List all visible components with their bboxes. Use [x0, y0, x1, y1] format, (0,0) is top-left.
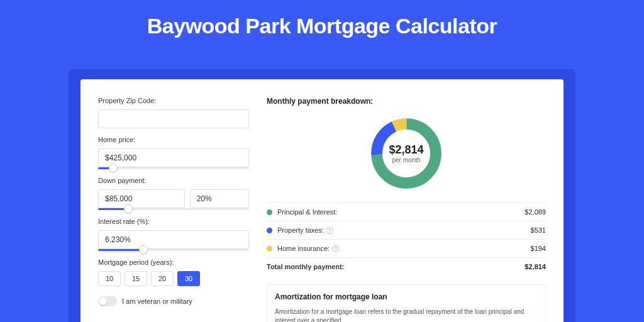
period-btn-30[interactable]: 30 — [177, 271, 200, 286]
breakdown-column: Monthly payment breakdown: $2,814 per mo… — [267, 97, 546, 322]
veteran-label: I am veteran or military — [122, 297, 192, 305]
veteran-toggle[interactable] — [98, 296, 117, 306]
breakdown-title: Monthly payment breakdown: — [267, 97, 546, 106]
info-icon[interactable]: ? — [326, 227, 333, 234]
toggle-knob — [99, 297, 107, 305]
dp-label: Down payment: — [98, 177, 249, 184]
rate-slider-thumb[interactable] — [139, 245, 148, 254]
legend-value: $194 — [531, 245, 546, 252]
legend-label: Principal & Interest: — [277, 208, 525, 216]
legend-row: Property taxes:?$531 — [267, 221, 546, 239]
dp-slider[interactable] — [98, 208, 249, 210]
veteran-toggle-row: I am veteran or military — [98, 296, 249, 306]
page-title: Baywood Park Mortgage Calculator — [0, 0, 644, 50]
price-label: Home price: — [98, 136, 249, 143]
period-field-group: Mortgage period (years): 10152030 — [98, 258, 249, 286]
total-value: $2,814 — [525, 263, 546, 270]
donut-chart-wrap: $2,814 per month — [267, 114, 546, 192]
donut-amount: $2,814 — [389, 143, 423, 157]
zip-field-group: Property Zip Code: — [98, 97, 249, 128]
legend-row: Home insurance:?$194 — [267, 239, 546, 257]
info-icon[interactable]: ? — [332, 245, 339, 252]
period-btn-15[interactable]: 15 — [125, 271, 147, 286]
donut-sub: per month — [392, 157, 420, 164]
total-label: Total monthly payment: — [267, 263, 525, 270]
amortization-box: Amortization for mortgage loan Amortizat… — [267, 284, 546, 322]
dp-slider-thumb[interactable] — [124, 204, 133, 213]
period-btn-20[interactable]: 20 — [151, 271, 174, 286]
legend-label: Property taxes:? — [277, 226, 531, 234]
period-label: Mortgage period (years): — [98, 258, 249, 266]
legend-dot — [267, 246, 272, 252]
legend-label: Home insurance:? — [277, 245, 531, 252]
price-input[interactable] — [98, 148, 249, 167]
amortization-title: Amortization for mortgage loan — [275, 292, 538, 301]
donut-center: $2,814 per month — [367, 114, 445, 192]
inputs-column: Property Zip Code: Home price: Down paym… — [98, 97, 249, 322]
legend-row: Principal & Interest:$2,089 — [267, 203, 546, 221]
legend-dot — [267, 228, 272, 233]
period-btn-10[interactable]: 10 — [98, 271, 121, 286]
legend-value: $2,089 — [525, 208, 546, 216]
dp-amount-input[interactable] — [98, 189, 185, 208]
legend-row-total: Total monthly payment: $2,814 — [267, 257, 546, 275]
amortization-text: Amortization for a mortgage loan refers … — [275, 308, 538, 322]
rate-input[interactable] — [98, 230, 249, 249]
price-slider[interactable] — [98, 167, 249, 169]
legend-dot — [267, 209, 272, 215]
legend-value: $531 — [531, 226, 546, 234]
price-field-group: Home price: — [98, 136, 249, 169]
zip-input[interactable] — [98, 109, 249, 128]
zip-label: Property Zip Code: — [98, 97, 249, 104]
dp-percent-input[interactable] — [190, 189, 249, 208]
donut-chart: $2,814 per month — [367, 114, 445, 192]
rate-label: Interest rate (%): — [98, 218, 249, 225]
rate-slider[interactable] — [98, 249, 249, 251]
price-slider-thumb[interactable] — [109, 164, 118, 172]
rate-field-group: Interest rate (%): — [98, 218, 249, 251]
calculator-card: Property Zip Code: Home price: Down paym… — [80, 79, 564, 322]
dp-field-group: Down payment: — [98, 177, 249, 210]
